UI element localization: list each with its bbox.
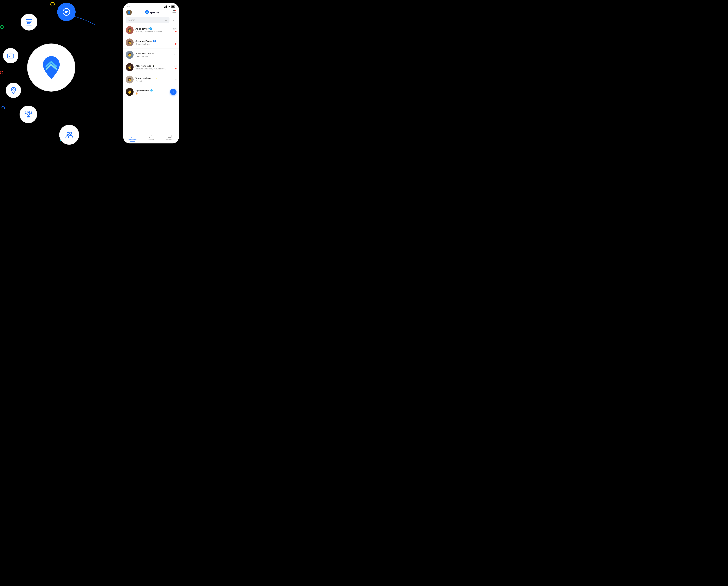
svg-rect-26	[175, 6, 175, 7]
tab-people[interactable]: People	[142, 134, 160, 140]
message-preview-alex: Not sure about that, I would have...	[135, 68, 173, 70]
message-content-dylan: Dylan Prince 🌐 🔥	[135, 89, 168, 95]
svg-point-33	[150, 135, 151, 136]
avatar-anna: 👩	[126, 26, 134, 34]
message-meta-frank: 6h	[175, 54, 177, 56]
brand-name: gosite	[150, 11, 159, 14]
svg-point-19	[67, 132, 69, 134]
svg-point-18	[27, 112, 27, 113]
tab-payments[interactable]: Payments	[160, 134, 179, 140]
trophy-circle	[20, 106, 37, 123]
notification-dot	[175, 10, 176, 11]
message-preview-vivian: Perfect!	[135, 80, 173, 82]
fab-add[interactable]: +	[170, 89, 177, 95]
tab-payments-icon	[168, 134, 172, 138]
svg-rect-17	[27, 116, 30, 117]
message-preview-frank: Yeah, that's all.	[135, 55, 173, 57]
dashed-line	[70, 15, 104, 27]
status-icons	[164, 5, 175, 8]
unread-indicator-suzanne	[175, 43, 177, 45]
tab-payments-label: Payments	[166, 138, 174, 140]
message-meta-anna: 15m	[173, 28, 177, 32]
channel-icon-vivian: 💬	[152, 77, 154, 79]
message-content-frank: Frank Marzulo ✉ Yeah, that's all.	[135, 52, 173, 57]
svg-rect-27	[172, 6, 174, 7]
svg-point-11	[29, 24, 29, 24]
svg-point-20	[70, 132, 72, 134]
message-meta-alex: 1d	[175, 65, 177, 70]
message-time-frank: 6h	[175, 54, 177, 56]
tab-bar: Messages People Payments	[123, 133, 179, 143]
message-item-dylan[interactable]: 👨 Dylan Prince 🌐 🔥 +	[123, 86, 179, 98]
center-circle	[27, 44, 75, 91]
svg-rect-23	[165, 6, 166, 8]
svg-line-29	[166, 20, 167, 21]
message-time-suzanne: 2h	[175, 40, 177, 42]
calendar-circle	[21, 14, 37, 30]
message-item-alex[interactable]: 👨 Alex Petterson 📱 Not sure about that, …	[123, 61, 179, 73]
svg-point-28	[165, 19, 167, 21]
message-content-anna: Anna Taylor T Hi there, I would like to …	[135, 27, 171, 33]
avatar-dylan: 👨	[126, 88, 134, 96]
contact-name-anna: Anna Taylor	[135, 27, 149, 30]
status-time: 9:41	[127, 5, 131, 8]
unread-indicator-anna	[175, 31, 177, 32]
message-preview-dylan: 🔥	[135, 92, 168, 95]
message-item-frank[interactable]: 👨 Frank Marzulo ✉ Yeah, that's all. 6h	[123, 49, 179, 61]
tab-people-icon	[149, 134, 153, 138]
svg-point-15	[13, 89, 14, 90]
ring-yellow	[50, 2, 55, 6]
message-item-vivian[interactable]: 👩 Vivian Kalinov 💬 ★ Perfect! 1d	[123, 73, 179, 86]
svg-rect-22	[165, 6, 165, 8]
contact-name-dylan: Dylan Prince	[135, 89, 149, 92]
status-bar: 9:41	[123, 3, 179, 9]
message-content-suzanne: Suzanne Evans f Great, thank you	[135, 40, 173, 45]
notification-bell[interactable]	[172, 10, 176, 15]
message-time-vivian: 1d	[175, 78, 177, 81]
tab-messages-icon	[131, 134, 134, 138]
contact-name-vivian: Vivian Kalinov	[135, 77, 151, 80]
message-time-anna: 15m	[173, 28, 177, 30]
avatar-alex: 👨	[126, 63, 134, 71]
search-bar[interactable]: Search	[126, 17, 177, 23]
phone-frame: 9:41 👤	[123, 3, 179, 143]
ring-red	[0, 71, 3, 74]
chat-circle	[57, 3, 76, 21]
channel-icon-frank: ✉	[152, 52, 154, 55]
svg-point-7	[27, 22, 28, 23]
message-item-suzanne[interactable]: 👩 Suzanne Evans f Great, thank you 2h	[123, 36, 179, 49]
message-preview-suzanne: Great, thank you	[135, 43, 173, 45]
contact-name-suzanne: Suzanne Evans	[135, 40, 152, 43]
contact-name-frank: Frank Marzulo	[135, 52, 151, 55]
signal-icon	[164, 5, 167, 8]
message-time-alex: 1d	[175, 65, 177, 67]
app-header: 👤 gosite	[123, 9, 179, 17]
search-icon	[164, 19, 167, 21]
filter-button[interactable]	[171, 17, 177, 23]
svg-rect-21	[164, 6, 165, 8]
svg-rect-34	[168, 135, 171, 137]
svg-point-9	[30, 22, 31, 23]
ring-blue	[2, 106, 5, 109]
star-icon-vivian: ★	[155, 77, 157, 79]
search-input[interactable]: Search	[126, 17, 170, 23]
decorative-background	[0, 0, 114, 146]
message-preview-anna: Hi there, I would like to know if...	[135, 30, 171, 33]
message-content-vivian: Vivian Kalinov 💬 ★ Perfect!	[135, 77, 173, 82]
svg-rect-12	[8, 54, 14, 58]
avatar-vivian: 👩	[126, 76, 134, 83]
channel-icon-dylan: 🌐	[150, 89, 153, 92]
channel-icon-anna: T	[149, 27, 152, 30]
tab-messages-label: Messages	[129, 138, 137, 140]
message-content-alex: Alex Petterson 📱 Not sure about that, I …	[135, 64, 173, 70]
message-item-anna[interactable]: 👩 Anna Taylor T Hi there, I would like t…	[123, 24, 179, 36]
card-circle	[3, 48, 18, 63]
gosite-logo-icon	[145, 10, 149, 15]
svg-point-10	[27, 24, 28, 24]
message-meta-suzanne: 2h	[175, 40, 177, 45]
search-placeholder: Search	[128, 19, 163, 21]
channel-icon-alex: 📱	[152, 65, 155, 67]
location-circle	[6, 83, 21, 98]
tab-messages[interactable]: Messages	[123, 134, 142, 140]
user-avatar[interactable]: 👤	[126, 9, 132, 15]
